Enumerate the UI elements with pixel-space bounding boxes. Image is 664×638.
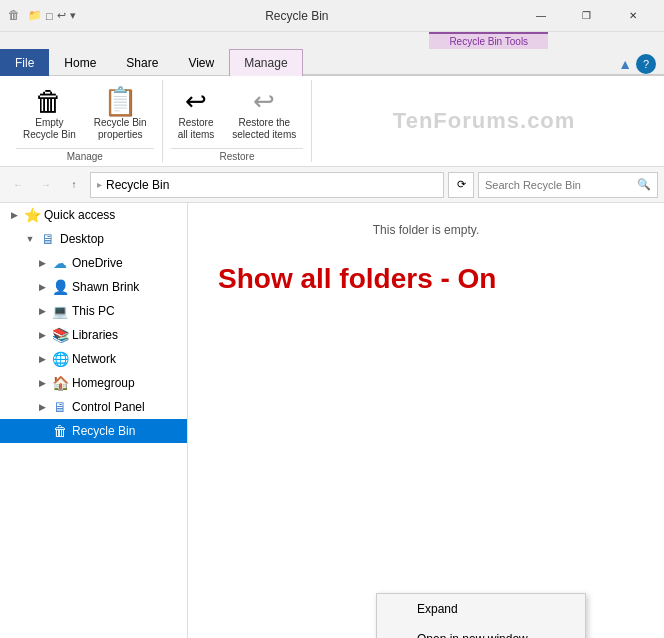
- sidebar-label-libraries: Libraries: [72, 328, 179, 342]
- sidebar-item-recycle-bin[interactable]: 🗑 Recycle Bin: [0, 419, 187, 443]
- ribbon-restore-label: Restore: [171, 148, 304, 162]
- sidebar-item-network[interactable]: ▶ 🌐 Network: [0, 347, 187, 371]
- chevron-icon: ▶: [36, 377, 48, 389]
- show-all-folders-text: Show all folders - On: [218, 263, 496, 295]
- title-bar-controls: — ❐ ✕: [518, 0, 656, 32]
- up-button[interactable]: ↑: [62, 173, 86, 197]
- chevron-icon: ▶: [8, 209, 20, 221]
- recycle-bin-sidebar-icon: 🗑: [52, 423, 68, 439]
- homegroup-icon: 🏠: [52, 375, 68, 391]
- watermark: TenForums.com: [393, 108, 576, 134]
- sidebar-label-recycle-bin: Recycle Bin: [72, 424, 179, 438]
- recycle-bin-properties-button[interactable]: 📋 Recycle Bin properties: [87, 80, 154, 146]
- content-area: This folder is empty. Show all folders -…: [188, 203, 664, 638]
- sidebar-label-homegroup: Homegroup: [72, 376, 179, 390]
- tab-view[interactable]: View: [173, 49, 229, 76]
- sidebar-label-quick-access: Quick access: [44, 208, 179, 222]
- restore-selected-button[interactable]: ↩ Restore the selected items: [225, 80, 303, 146]
- chevron-icon: ▶: [36, 257, 48, 269]
- main-area: ▶ ⭐ Quick access ▼ 🖥 Desktop ▶ ☁ OneDriv…: [0, 203, 664, 638]
- sidebar-label-network: Network: [72, 352, 179, 366]
- empty-folder-text: This folder is empty.: [373, 223, 479, 237]
- forward-button[interactable]: →: [34, 173, 58, 197]
- restore-button[interactable]: ❐: [564, 0, 610, 32]
- minimize-button[interactable]: —: [518, 0, 564, 32]
- pc-icon: 💻: [52, 303, 68, 319]
- tab-manage[interactable]: Manage: [229, 49, 302, 76]
- search-box[interactable]: 🔍: [478, 172, 658, 198]
- ribbon-collapse-btn[interactable]: ▲: [618, 56, 632, 72]
- restore-selected-icon: ↩: [248, 85, 280, 117]
- empty-recycle-bin-button[interactable]: 🗑 Empty Recycle Bin: [16, 80, 83, 146]
- sidebar-label-shawn-brink: Shawn Brink: [72, 280, 179, 294]
- ribbon-manage-label: Manage: [16, 148, 154, 162]
- sidebar-label-this-pc: This PC: [72, 304, 179, 318]
- onedrive-icon: ☁: [52, 255, 68, 271]
- sidebar-item-control-panel[interactable]: ▶ 🖥 Control Panel: [0, 395, 187, 419]
- restore-all-label: Restore all items: [178, 117, 215, 141]
- search-input[interactable]: [485, 179, 633, 191]
- back-button[interactable]: ←: [6, 173, 30, 197]
- sidebar-label-control-panel: Control Panel: [72, 400, 179, 414]
- restore-all-button[interactable]: ↩ Restore all items: [171, 80, 222, 146]
- sidebar-label-desktop: Desktop: [60, 232, 179, 246]
- chevron-icon: ▶: [36, 329, 48, 341]
- sidebar-item-desktop[interactable]: ▼ 🖥 Desktop: [0, 227, 187, 251]
- tab-file[interactable]: File: [0, 49, 49, 76]
- ribbon-group-manage-items: 🗑 Empty Recycle Bin 📋 Recycle Bin proper…: [16, 80, 154, 146]
- ctx-open-label: Open in new window: [417, 632, 528, 638]
- manage-tab-group-label: Recycle Bin Tools: [429, 32, 548, 49]
- quick-access-icon: ⭐: [24, 207, 40, 223]
- control-panel-icon: 🖥: [52, 399, 68, 415]
- title-bar: 🗑 📁 □ ↩ ▾ Recycle Bin — ❐ ✕: [0, 0, 664, 32]
- search-icon: 🔍: [637, 178, 651, 191]
- address-bar: ← → ↑ ▸ Recycle Bin ⟳ 🔍: [0, 167, 664, 203]
- sidebar-item-shawn-brink[interactable]: ▶ 👤 Shawn Brink: [0, 275, 187, 299]
- address-path[interactable]: ▸ Recycle Bin: [90, 172, 444, 198]
- sidebar-item-libraries[interactable]: ▶ 📚 Libraries: [0, 323, 187, 347]
- ribbon-group-manage: 🗑 Empty Recycle Bin 📋 Recycle Bin proper…: [8, 80, 163, 162]
- recycle-bin-properties-label: Recycle Bin properties: [94, 117, 147, 141]
- ribbon-content: 🗑 Empty Recycle Bin 📋 Recycle Bin proper…: [0, 76, 664, 167]
- tab-home[interactable]: Home: [49, 49, 111, 76]
- sidebar-item-homegroup[interactable]: ▶ 🏠 Homegroup: [0, 371, 187, 395]
- sidebar-item-quick-access[interactable]: ▶ ⭐ Quick access: [0, 203, 187, 227]
- window-title: Recycle Bin: [265, 9, 328, 23]
- recycle-bin-properties-icon: 📋: [104, 85, 136, 117]
- network-icon: 🌐: [52, 351, 68, 367]
- person-icon: 👤: [52, 279, 68, 295]
- path-label: Recycle Bin: [106, 178, 169, 192]
- ribbon-group-restore: ↩ Restore all items ↩ Restore the select…: [163, 80, 313, 162]
- chevron-icon: ▶: [36, 401, 48, 413]
- app-icon: 🗑: [8, 8, 24, 24]
- title-bar-left: 🗑 📁 □ ↩ ▾: [8, 8, 76, 24]
- libraries-icon: 📚: [52, 327, 68, 343]
- ctx-open-new-window[interactable]: Open in new window: [377, 624, 585, 638]
- desktop-icon: 🖥: [40, 231, 56, 247]
- tab-share[interactable]: Share: [111, 49, 173, 76]
- ctx-expand-icon: [393, 601, 409, 617]
- path-separator: ▸: [97, 179, 102, 190]
- ctx-open-icon: [393, 631, 409, 638]
- restore-all-icon: ↩: [180, 85, 212, 117]
- empty-recycle-bin-label: Empty Recycle Bin: [23, 117, 76, 141]
- close-button[interactable]: ✕: [610, 0, 656, 32]
- sidebar-item-onedrive[interactable]: ▶ ☁ OneDrive: [0, 251, 187, 275]
- chevron-icon: ▶: [36, 305, 48, 317]
- chevron-icon: ▶: [36, 281, 48, 293]
- empty-recycle-bin-icon: 🗑: [33, 85, 65, 117]
- context-menu: Expand Open in new window 📌 Pin to Quick…: [376, 593, 586, 638]
- restore-selected-label: Restore the selected items: [232, 117, 296, 141]
- help-button[interactable]: ?: [636, 54, 656, 74]
- sidebar-label-onedrive: OneDrive: [72, 256, 179, 270]
- ctx-expand-label: Expand: [417, 602, 458, 616]
- refresh-button[interactable]: ⟳: [448, 172, 474, 198]
- chevron-icon: ▼: [24, 233, 36, 245]
- chevron-icon: ▶: [36, 353, 48, 365]
- ctx-expand[interactable]: Expand: [377, 594, 585, 624]
- sidebar-item-this-pc[interactable]: ▶ 💻 This PC: [0, 299, 187, 323]
- ribbon-group-restore-items: ↩ Restore all items ↩ Restore the select…: [171, 80, 304, 146]
- sidebar: ▶ ⭐ Quick access ▼ 🖥 Desktop ▶ ☁ OneDriv…: [0, 203, 188, 638]
